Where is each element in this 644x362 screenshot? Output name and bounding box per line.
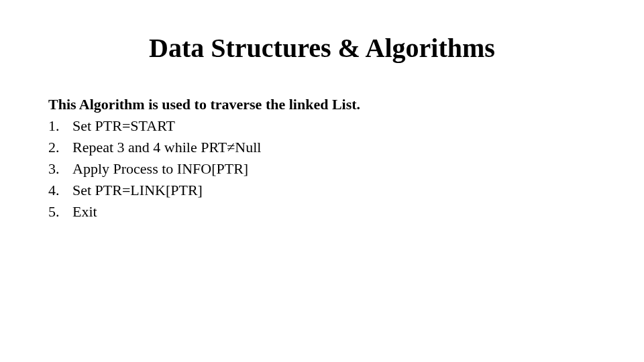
step-text: Apply Process to INFO[PTR] [72, 160, 596, 178]
list-item: 1. Set PTR=START [48, 117, 596, 135]
step-number: 1. [48, 117, 72, 135]
step-number: 4. [48, 182, 72, 199]
step-number: 3. [48, 160, 72, 178]
step-text: Exit [72, 203, 596, 221]
algorithm-steps: 1. Set PTR=START 2. Repeat 3 and 4 while… [48, 117, 596, 221]
slide-title: Data Structures & Algorithms [48, 32, 596, 64]
list-item: 2. Repeat 3 and 4 while PRT≠Null [48, 139, 596, 156]
list-item: 3. Apply Process to INFO[PTR] [48, 160, 596, 178]
step-text: Set PTR=LINK[PTR] [72, 182, 596, 199]
list-item: 4. Set PTR=LINK[PTR] [48, 182, 596, 199]
list-item: 5. Exit [48, 203, 596, 221]
algorithm-description: This Algorithm is used to traverse the l… [48, 96, 596, 113]
step-number: 2. [48, 139, 72, 156]
step-text: Repeat 3 and 4 while PRT≠Null [72, 139, 596, 156]
step-text: Set PTR=START [72, 117, 596, 135]
step-number: 5. [48, 203, 72, 221]
